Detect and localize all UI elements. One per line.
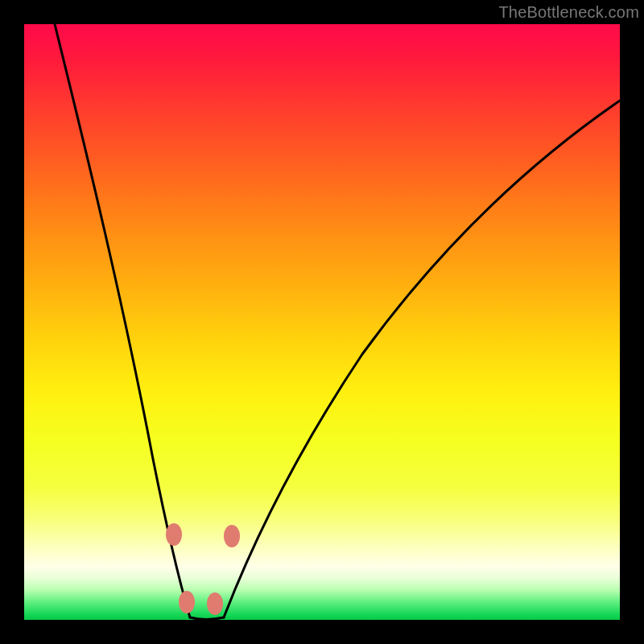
bead-left-lower xyxy=(179,591,195,613)
plot-area xyxy=(24,24,620,620)
curve-floor xyxy=(190,617,224,620)
curve-layer xyxy=(24,24,620,620)
bead-right-upper xyxy=(224,525,240,547)
watermark-text: TheBottleneck.com xyxy=(498,3,639,22)
chart-frame: TheBottleneck.com xyxy=(0,0,644,644)
curve-right-branch xyxy=(224,101,620,617)
bead-left-upper xyxy=(166,523,182,546)
bead-right-lower xyxy=(207,592,223,615)
